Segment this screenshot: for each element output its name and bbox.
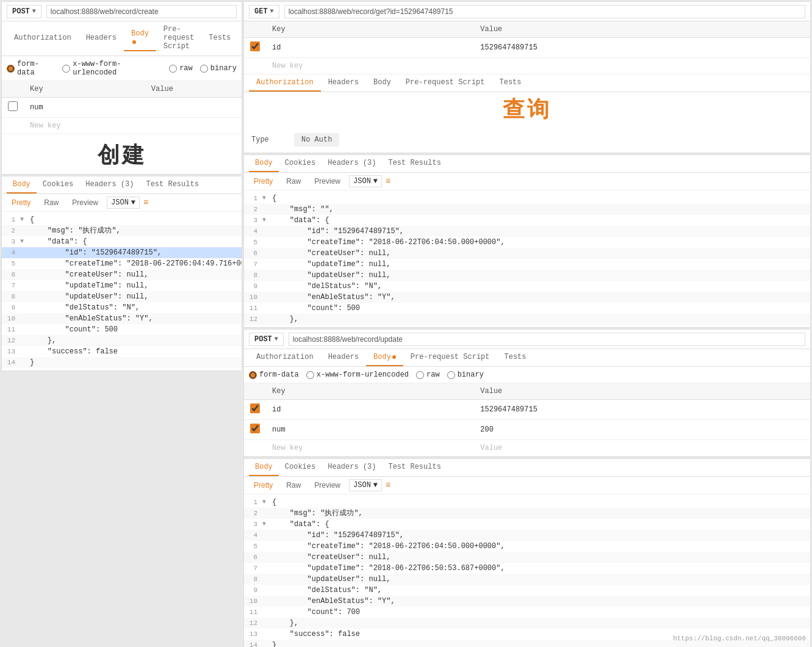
opt-raw-b[interactable]: raw (416, 370, 440, 379)
fmt-pretty-b[interactable]: Pretty (249, 480, 278, 491)
kv-key-header-tl: Key (24, 81, 145, 98)
tab-headers-tl[interactable]: Headers (79, 30, 124, 47)
tab-headers-b[interactable]: Headers (321, 349, 366, 366)
kv-key-tr-0[interactable]: id (266, 38, 474, 58)
bottom-method-label: POST (254, 335, 272, 344)
result-tab-tests-b[interactable]: Test Results (382, 459, 447, 476)
json-select-tl[interactable]: JSON ▼ (107, 197, 140, 209)
row-check-b-1[interactable] (250, 424, 260, 433)
tab-tests-tl[interactable]: Tests (201, 30, 238, 47)
wrap-btn-b[interactable]: ≡ (386, 480, 390, 490)
code-line-4: 4 "id": "1529647489715", (244, 226, 810, 237)
kv-key-tl-0[interactable]: num (24, 98, 145, 118)
result-tab-body-b[interactable]: Body (249, 459, 279, 476)
result-tab-headers-tl[interactable]: Headers (3) (79, 176, 140, 193)
opt-urlenc-tl[interactable]: x-www-form-urlencoded (62, 60, 162, 77)
opt-binary-tl[interactable]: binary (200, 64, 237, 73)
fmt-pretty-tl[interactable]: Pretty (7, 197, 35, 208)
bottom-kv-table: Key Value id 1529647489715 num 200 (244, 383, 810, 457)
table-row-new-tr: New key (244, 58, 810, 74)
opt-urlenc-b[interactable]: x-www-form-urlencoded (306, 370, 409, 379)
code-line-1: 1▼{ (2, 214, 242, 225)
top-right-result-tabs: Body Cookies Headers (3) Test Results (244, 155, 810, 173)
top-left-body-options: form-data x-www-form-urlencoded raw bina… (2, 56, 242, 81)
line-number: 6 (244, 552, 262, 563)
result-tab-headers-b[interactable]: Headers (3) (322, 459, 382, 476)
top-right-method-btn[interactable]: GET ▼ (249, 5, 279, 18)
line-arrow-icon (20, 346, 29, 357)
row-check-tl-0[interactable] (8, 101, 18, 111)
line-arrow-icon (20, 269, 29, 280)
json-select-b[interactable]: JSON ▼ (349, 479, 382, 491)
line-number: 12 (244, 618, 262, 629)
line-arrow-icon (262, 281, 271, 292)
line-number: 1 (244, 193, 262, 204)
line-number: 10 (244, 292, 262, 303)
wrap-btn-tl[interactable]: ≡ (143, 198, 148, 208)
kv-val-b-0[interactable]: 1529647489715 (474, 400, 810, 420)
tab-tests-tr[interactable]: Tests (492, 74, 528, 92)
kv-val-tr-0[interactable]: 1529647489715 (474, 38, 810, 58)
tab-tests-b[interactable]: Tests (497, 349, 533, 366)
tab-body-tl[interactable]: Body (124, 26, 156, 51)
json-select-tr[interactable]: JSON ▼ (349, 175, 382, 187)
kv-val-tl-0[interactable] (145, 98, 242, 118)
tab-prerequest-tl[interactable]: Pre-request Script (156, 21, 201, 56)
tab-authorization-b[interactable]: Authorization (249, 349, 321, 366)
fmt-pretty-tr[interactable]: Pretty (249, 176, 278, 187)
bottom-url-input[interactable] (289, 333, 805, 346)
tab-prerequest-tr[interactable]: Pre-request Script (398, 74, 492, 92)
tab-headers-tr[interactable]: Headers (321, 74, 366, 92)
kv-key-b-0[interactable]: id (266, 400, 474, 420)
fmt-raw-tl[interactable]: Raw (39, 197, 63, 208)
result-tab-cookies-tl[interactable]: Cookies (37, 176, 79, 193)
tab-authorization-tl[interactable]: Authorization (7, 30, 79, 47)
line-arrow-icon (20, 313, 29, 324)
kv-key-b-1[interactable]: num (266, 420, 474, 440)
line-arrow-icon (262, 552, 271, 563)
fmt-preview-tr[interactable]: Preview (309, 176, 345, 187)
opt-formdata-b[interactable]: form-data (249, 370, 299, 379)
line-number: 8 (244, 270, 262, 281)
line-content: "updateUser": null, (29, 291, 242, 302)
line-content: }, (271, 618, 810, 629)
result-tab-cookies-b[interactable]: Cookies (279, 459, 322, 476)
result-tab-headers-tr[interactable]: Headers (3) (322, 155, 382, 172)
kv-new-key-b[interactable]: New key (266, 440, 474, 457)
result-tab-body-tr[interactable]: Body (249, 155, 279, 172)
kv-new-key-tl[interactable]: New key (24, 118, 145, 134)
top-left-url-input[interactable] (46, 5, 237, 18)
code-line-14: 14} (2, 357, 242, 368)
code-line-2: 2 "msg": "", (244, 204, 810, 215)
wrap-btn-tr[interactable]: ≡ (386, 176, 390, 186)
opt-formdata-tl[interactable]: form-data (7, 60, 55, 77)
fmt-raw-tr[interactable]: Raw (281, 176, 306, 187)
bottom-method-btn[interactable]: POST ▼ (249, 333, 284, 346)
result-tab-tests-tl[interactable]: Test Results (140, 176, 204, 193)
top-left-method-btn[interactable]: POST ▼ (7, 5, 41, 18)
fmt-raw-b[interactable]: Raw (281, 480, 306, 491)
kv-val-b-1[interactable]: 200 (474, 420, 810, 440)
row-check-b-0[interactable] (250, 403, 260, 413)
row-check-tr-0[interactable] (250, 42, 260, 51)
tab-prerequest-b[interactable]: Pre-request Script (403, 349, 497, 366)
bottom-result-tabs: Body Cookies Headers (3) Test Results (244, 459, 810, 477)
opt-raw-tl[interactable]: raw (169, 64, 193, 73)
result-tab-body-tl[interactable]: Body (7, 176, 37, 193)
tab-authorization-tr[interactable]: Authorization (249, 74, 321, 92)
result-tab-tests-tr[interactable]: Test Results (382, 155, 447, 172)
method-arrow-icon-tr: ▼ (270, 8, 274, 15)
line-content: "createUser": null, (271, 248, 810, 259)
kv-new-key-tr[interactable]: New key (266, 58, 474, 74)
line-number: 11 (244, 607, 262, 618)
top-right-url-input[interactable] (284, 5, 805, 18)
line-arrow-icon: ▼ (20, 236, 29, 247)
result-tab-cookies-tr[interactable]: Cookies (279, 155, 322, 172)
tab-body-tr[interactable]: Body (366, 74, 398, 92)
fmt-preview-tl[interactable]: Preview (67, 197, 103, 208)
line-content: "msg": "执行成功", (29, 225, 242, 236)
line-arrow-icon (262, 530, 271, 541)
fmt-preview-b[interactable]: Preview (309, 480, 345, 491)
opt-binary-b[interactable]: binary (447, 370, 484, 379)
tab-body-b[interactable]: Body (366, 349, 403, 366)
